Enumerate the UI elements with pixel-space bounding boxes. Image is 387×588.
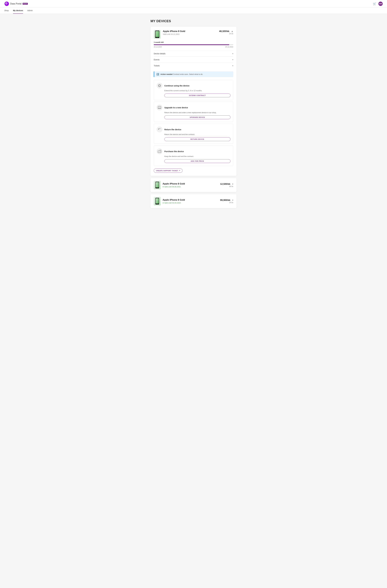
purchase-icon: € <box>156 148 162 154</box>
header: Daas Portal PILOT 🛒 WW <box>0 0 387 7</box>
device-card-2-row: Apple iPhone 8 Gold ● Valid until 09.08.… <box>154 181 233 189</box>
device-term-2: 36 kk <box>220 186 233 188</box>
device-name-1: Apple iPhone 8 Gold <box>163 30 185 33</box>
main-content: MY DEVICES <box>148 14 239 216</box>
nav-item-mydevices[interactable]: My devices <box>13 7 23 14</box>
device-info-3: Apple iPhone 8 Gold ● Valid until 03.04.… <box>154 197 185 206</box>
device-text-3: Apple iPhone 8 Gold ● Valid until 03.04.… <box>163 199 185 204</box>
option-purchase-desc: Keep the device and end the contract. <box>164 155 231 157</box>
device-term-1: 24 kk <box>219 33 233 35</box>
header-right: 🛒 WW <box>373 2 383 6</box>
option-continue: Continue using the device Extend the cur… <box>154 80 233 100</box>
return-device-button[interactable]: RETURN DEVICE <box>164 137 231 141</box>
device-expand-chevron-2[interactable]: ▾ <box>232 183 233 185</box>
accordion-events[interactable]: Events ▾ <box>154 57 233 63</box>
device-price-1: 48,32€/kk <box>219 30 229 33</box>
option-upgrade: Upgrade to a new device Return the devic… <box>154 102 233 122</box>
svg-rect-21 <box>156 182 159 188</box>
svg-point-22 <box>157 188 157 188</box>
svg-rect-8 <box>157 31 158 31</box>
device-validity-3: ● Valid until 03.04.2023 <box>163 202 185 204</box>
device-collapse-chevron-1[interactable]: ▲ <box>231 30 233 33</box>
option-continue-header: Continue using the device <box>156 83 231 88</box>
telia-logo-icon <box>4 1 9 6</box>
accordions-1: Device details ▾ Events ▾ Tickets ▾ <box>154 50 233 69</box>
device-image-2 <box>154 181 161 189</box>
navigation: Shop My devices Admin <box>0 7 387 14</box>
device-name-2: Apple iPhone 8 Gold <box>163 183 185 185</box>
device-text-2: Apple iPhone 8 Gold ● Valid until 09.08.… <box>163 183 185 188</box>
progress-start-1: 24.12.2020 <box>154 46 162 48</box>
svg-text:€: € <box>160 150 161 151</box>
device-card-3: Apple iPhone 8 Gold ● Valid until 03.04.… <box>150 194 236 208</box>
svg-rect-28 <box>157 198 158 198</box>
phone-image-2 <box>155 182 159 189</box>
continue-icon <box>156 83 162 88</box>
cart-icon[interactable]: 🛒 <box>373 2 376 5</box>
accordion-tickets[interactable]: Tickets ▾ <box>154 63 233 69</box>
svg-rect-13 <box>158 107 161 108</box>
device-expand-chevron-3[interactable]: ▾ <box>232 199 233 201</box>
svg-rect-15 <box>158 151 161 152</box>
progress-bar-fill-1 <box>154 44 229 45</box>
option-return: Return the device Return the device and … <box>154 124 233 144</box>
device-price-2: 12,50€/kk <box>220 183 230 186</box>
option-upgrade-desc: Return the device and order a new replac… <box>164 111 231 114</box>
progress-bar-bg-1 <box>154 44 233 45</box>
option-return-header: Return the device <box>156 126 231 132</box>
device-header-1: Apple iPhone 8 Gold Valid until 24.12.20… <box>154 30 233 39</box>
external-link-icon: ↗ <box>179 170 180 171</box>
action-banner: ℹ️ Action needed Contract ends soon. Sel… <box>154 71 233 77</box>
device-card-3-row: Apple iPhone 8 Gold ● Valid until 03.04.… <box>154 197 233 206</box>
logo-text: Daas Portal <box>10 2 22 5</box>
ask-for-price-button[interactable]: ASK FOR PRICE <box>164 159 231 163</box>
return-icon <box>156 126 162 132</box>
device-image-1 <box>154 30 161 39</box>
info-dot-icon: ℹ️ <box>156 73 159 76</box>
extend-contract-button[interactable]: EXTEND CONTRACT <box>164 94 231 97</box>
svg-point-7 <box>157 37 157 38</box>
device-text-1: Apple iPhone 8 Gold Valid until 24.12.20… <box>163 30 185 35</box>
create-support-ticket-button[interactable]: CREATE SUPPORT TICKET ↗ <box>154 168 182 173</box>
progress-dates-1: 24.12.2020 24.12.2022 <box>154 46 233 48</box>
option-upgrade-title: Upgrade to a new device <box>164 106 188 109</box>
support-button-label: CREATE SUPPORT TICKET <box>156 170 178 171</box>
option-return-title: Return the device <box>164 128 181 131</box>
page-title: MY DEVICES <box>150 19 236 23</box>
svg-rect-23 <box>157 182 158 182</box>
nav-item-shop[interactable]: Shop <box>4 7 9 14</box>
accordion-device-details[interactable]: Device details ▾ <box>154 50 233 57</box>
device-image-3 <box>154 197 161 206</box>
option-continue-desc: Extend the current contract by 3, 6 or 1… <box>164 90 231 92</box>
action-banner-text: Action needed Contract ends soon. Select… <box>160 73 203 75</box>
upgrade-device-button[interactable]: UPGRADE DEVICE <box>164 115 231 119</box>
svg-rect-26 <box>156 198 159 204</box>
accordion-chevron-details: ▾ <box>232 53 233 55</box>
svg-point-27 <box>157 204 157 204</box>
phone-image-3 <box>155 198 159 205</box>
option-purchase: € Purchase the device Keep the device an… <box>154 146 233 166</box>
logo: Daas Portal PILOT <box>4 1 28 6</box>
svg-point-2 <box>6 3 7 4</box>
laptop-icon <box>158 106 161 109</box>
device-term-3: 24 kk <box>220 202 233 204</box>
option-continue-title: Continue using the device <box>164 84 190 87</box>
upgrade-icon <box>156 105 162 110</box>
refresh-icon <box>158 84 161 87</box>
action-banner-desc: Contract ends soon. Select what to do. <box>173 73 203 75</box>
option-upgrade-header: Upgrade to a new device <box>156 105 231 110</box>
device-validity-2: ● Valid until 09.08.2021 <box>163 186 185 188</box>
progress-end-1: 24.12.2022 <box>225 46 233 48</box>
header-left: Daas Portal PILOT <box>4 1 28 6</box>
phone-image-1 <box>155 30 160 38</box>
nav-item-admin[interactable]: Admin <box>27 7 33 14</box>
purchase-device-icon: € <box>158 150 161 153</box>
device-price-3: 99,90€/kk <box>220 199 230 202</box>
device-validity-1: Valid until 24.12.2022 <box>163 33 185 35</box>
option-purchase-title: Purchase the device <box>164 150 184 152</box>
avatar[interactable]: WW <box>378 2 383 6</box>
progress-label-1: 1 month left <box>154 41 233 43</box>
option-return-desc: Return the device and end the contract. <box>164 133 231 135</box>
accordion-chevron-tickets: ▾ <box>232 65 233 67</box>
device-card-1: Apple iPhone 8 Gold Valid until 24.12.20… <box>150 27 236 176</box>
